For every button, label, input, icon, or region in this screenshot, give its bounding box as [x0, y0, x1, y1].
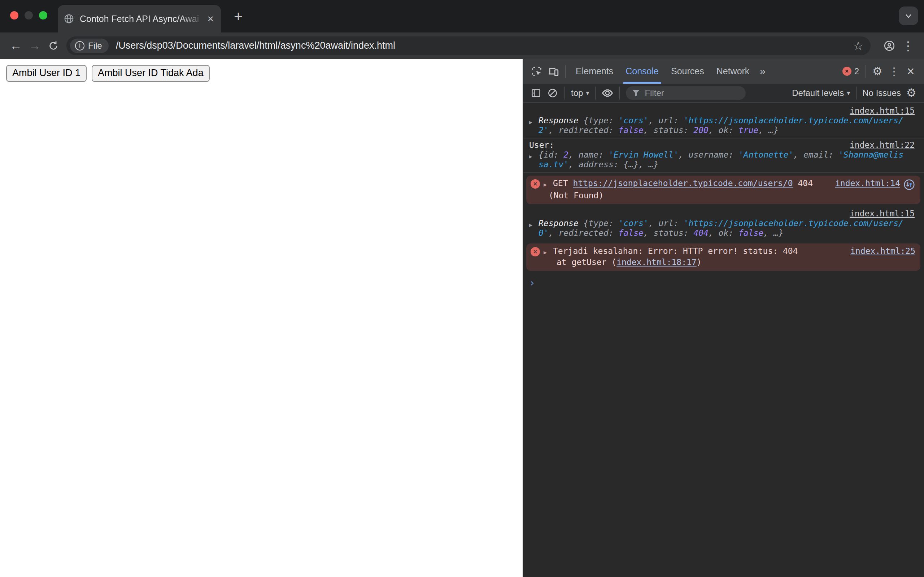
devtools-menu-button[interactable]: ⋮: [886, 63, 902, 80]
clear-console-icon: [547, 88, 558, 98]
console-toolbar: top ▾ Default levels ▾: [523, 84, 924, 103]
device-toolbar-button[interactable]: [545, 63, 562, 80]
more-panels-button[interactable]: »: [756, 66, 770, 77]
url-input[interactable]: [116, 40, 853, 51]
devtools-tab-elements[interactable]: Elements: [570, 59, 619, 84]
console-token: :: [609, 228, 619, 238]
network-request-icon[interactable]: [903, 179, 915, 191]
expand-arrow-icon[interactable]: ▶: [529, 150, 538, 169]
console-token: :: [609, 116, 619, 125]
console-token: ,: [643, 228, 654, 238]
ambil-user-1-button[interactable]: Ambil User ID 1: [6, 65, 87, 82]
inspect-element-button[interactable]: [528, 63, 545, 80]
log-levels-selector[interactable]: Default levels ▾: [790, 88, 852, 98]
devtools-tab-sources[interactable]: Sources: [665, 59, 710, 84]
close-window-button[interactable]: [10, 11, 18, 19]
source-link[interactable]: index.html:14: [835, 179, 900, 188]
ambil-user-tidak-ada-button[interactable]: Ambil User ID Tidak Ada: [92, 65, 210, 82]
console-token: :: [729, 150, 738, 160]
zoom-window-button[interactable]: [39, 11, 47, 19]
console-token: , …}: [758, 126, 778, 135]
console-message-error: × ▶ GET https://jsonplaceholder.typicode…: [526, 176, 921, 204]
console-token: false: [619, 126, 643, 135]
console-message-error: × ▶ Terjadi kesalahan: Error: HTTP error…: [526, 243, 921, 271]
forward-button[interactable]: →: [25, 36, 44, 55]
context-label: top: [571, 88, 583, 98]
devtools-settings-button[interactable]: ⚙: [869, 63, 886, 80]
console-token: 404: [793, 179, 813, 188]
console-sidebar-icon: [530, 87, 542, 99]
error-count-badge[interactable]: × 2: [840, 66, 861, 76]
devtools-close-button[interactable]: ×: [902, 63, 919, 80]
console-token: {: [584, 116, 589, 125]
source-link[interactable]: index.html:15: [850, 209, 914, 218]
console-token: :: [598, 150, 609, 160]
console-token: redirected: [558, 228, 608, 238]
source-link[interactable]: index.html:15: [850, 106, 914, 115]
window-titlebar: Contoh Fetch API Async/Awai × +: [0, 0, 924, 32]
expand-arrow-icon[interactable]: ▶: [529, 219, 538, 238]
console-token: url: [658, 219, 674, 228]
tab-title: Contoh Fetch API Async/Awai: [80, 14, 206, 24]
browser-toolbar: ← → i File ☆ ⋮: [0, 32, 924, 59]
divider: [856, 87, 856, 100]
live-expression-button[interactable]: [599, 85, 616, 102]
divider: [865, 65, 866, 78]
file-scheme-label: File: [88, 41, 102, 51]
browser-tab[interactable]: Contoh Fetch API Async/Awai ×: [58, 5, 221, 32]
chevron-down-icon: [904, 11, 913, 21]
console-token: :: [828, 150, 838, 160]
address-bar[interactable]: i File ☆: [66, 36, 871, 55]
reload-button[interactable]: [44, 36, 63, 55]
source-link[interactable]: index.html:25: [850, 246, 915, 256]
console-token: :: [609, 126, 619, 135]
console-link[interactable]: https://jsonplaceholder.typicode.com/use…: [573, 179, 793, 188]
site-info-chip[interactable]: i File: [70, 39, 109, 53]
console-message-log: User: index.html:22 ▶ {id: 2, name: 'Erv…: [523, 139, 924, 173]
tab-close-icon[interactable]: ×: [206, 13, 215, 24]
context-selector[interactable]: top ▾: [569, 88, 591, 98]
bookmark-star-icon[interactable]: ☆: [853, 39, 863, 53]
devtools-panel: Elements Console Sources Network » × 2 ⚙…: [523, 59, 924, 577]
console-token: name: [578, 150, 598, 160]
console-message-log: index.html:15 ▶ Response {type: 'cors', …: [523, 104, 924, 139]
tab-search-button[interactable]: [899, 6, 918, 25]
console-sidebar-toggle[interactable]: [528, 85, 544, 102]
devtools-tab-network[interactable]: Network: [710, 59, 756, 84]
console-token: Response: [538, 116, 584, 125]
console-prompt[interactable]: ›: [523, 274, 924, 293]
source-link[interactable]: index.html:22: [850, 140, 914, 150]
clear-console-button[interactable]: [544, 85, 561, 102]
new-tab-button[interactable]: +: [234, 8, 243, 25]
console-link[interactable]: index.html:18:17: [617, 258, 696, 267]
issues-status[interactable]: No Issues: [860, 88, 903, 98]
expand-arrow-icon[interactable]: ▶: [544, 246, 553, 258]
expand-arrow-icon[interactable]: ▶: [529, 116, 538, 135]
console-token: ,: [649, 219, 659, 228]
console-settings-button[interactable]: ⚙: [903, 85, 920, 102]
console-token: ): [696, 258, 702, 267]
back-button[interactable]: ←: [6, 36, 25, 55]
profile-button[interactable]: [880, 36, 899, 55]
object-preview: Response {type: 'cors', url: 'https://js…: [538, 219, 905, 238]
console-filter[interactable]: [626, 86, 746, 100]
console-token: {: [584, 219, 589, 228]
console-token: 200: [693, 126, 709, 135]
page-button-row: Ambil User ID 1 Ambil User ID Tidak Ada: [6, 65, 523, 82]
console-token: :: [729, 228, 738, 238]
console-token: true: [738, 126, 758, 135]
console-token: username: [689, 150, 729, 160]
error-circle-icon: ×: [531, 247, 540, 256]
console-output: index.html:15 ▶ Response {type: 'cors', …: [523, 103, 924, 577]
error-stack-line: at getUser (index.html:18:17): [531, 258, 915, 267]
expand-arrow-icon[interactable]: ▶: [544, 179, 553, 190]
browser-menu-button[interactable]: ⋮: [899, 36, 918, 55]
divider: [564, 87, 565, 100]
console-token: ,: [549, 228, 559, 238]
filter-input[interactable]: [645, 88, 724, 98]
console-token: :: [729, 126, 738, 135]
devtools-tab-console[interactable]: Console: [619, 59, 665, 84]
object-preview: {id: 2, name: 'Ervin Howell', username: …: [538, 150, 905, 169]
console-token: :: [683, 126, 694, 135]
minimize-window-button[interactable]: [24, 11, 33, 19]
